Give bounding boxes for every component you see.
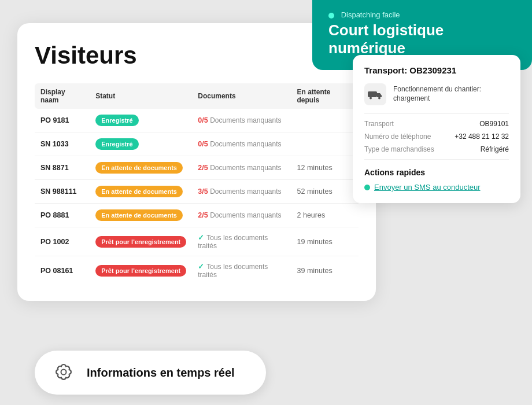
table-body: PO 9181Enregistré0/5 Documents manquants… <box>35 109 359 285</box>
doc-text: Documents manquants <box>210 187 281 196</box>
page-title: Visiteurs <box>35 42 359 69</box>
transport-detail-label: Transport <box>364 120 394 128</box>
visitors-table: Display naamStatutDocumentsEn attente de… <box>35 83 359 285</box>
row-attente <box>291 109 359 132</box>
row-display-naam: PO 8881 <box>35 204 90 227</box>
transport-truck-icon <box>364 83 386 105</box>
bottom-bar: Informations en temps réel <box>35 351 266 395</box>
actions-rapides-title: Actions rapides <box>364 168 509 177</box>
row-attente: 39 minutes <box>291 256 359 285</box>
transport-detail-value: OB99101 <box>479 120 509 128</box>
doc-text: Documents manquants <box>210 140 281 148</box>
status-badge: En attente de documents <box>95 209 183 221</box>
doc-count: 2/5 <box>198 164 208 172</box>
doc-text: Documents manquants <box>210 211 281 219</box>
doc-text: Documents manquants <box>210 116 281 124</box>
row-display-naam: SN 988111 <box>35 180 90 204</box>
row-statut: Prêt pour l'enregistrement <box>90 227 192 256</box>
check-icon: ✓ <box>198 263 204 271</box>
doc-count: 3/5 <box>198 187 208 196</box>
row-attente <box>291 132 359 156</box>
transport-detail-label: Numéro de téléphone <box>364 132 431 141</box>
table-row[interactable]: PO 1002Prêt pour l'enregistrement✓Tous l… <box>35 227 359 256</box>
row-attente: 52 minutes <box>291 180 359 204</box>
transport-icon-text: Fonctionnement du chantier: chargement <box>393 85 509 103</box>
table-row[interactable]: SN 988111En attente de documents3/5 Docu… <box>35 180 359 204</box>
teal-banner-subtitle: Dispatching facile <box>328 10 516 19</box>
table-col-header: Statut <box>90 83 192 109</box>
status-badge: Enregistré <box>95 115 138 126</box>
teal-banner-title: Court logistique numérique <box>328 21 516 57</box>
transport-detail-row: Numéro de téléphone+32 488 21 12 32 <box>364 132 509 141</box>
doc-text: Documents manquants <box>210 164 281 172</box>
transport-card: Transport: OB2309231 Fonctionnement du c… <box>353 55 520 203</box>
row-statut: Enregistré <box>90 132 192 156</box>
status-badge: Enregistré <box>95 138 138 150</box>
status-badge: Prêt pour l'enregistrement <box>95 265 186 277</box>
status-badge: En attente de documents <box>95 162 183 174</box>
table-row[interactable]: SN 8871En attente de documents2/5 Docume… <box>35 156 359 180</box>
row-display-naam: SN 1033 <box>35 132 90 156</box>
row-documents: 2/5 Documents manquants <box>192 156 291 180</box>
doc-text: Tous les documents traités <box>198 263 268 279</box>
transport-detail-value: Réfrigéré <box>481 145 509 153</box>
table-row[interactable]: PO 08161Prêt pour l'enregistrement✓Tous … <box>35 256 359 285</box>
realtime-icon <box>51 360 76 385</box>
row-statut: Enregistré <box>90 109 192 132</box>
row-documents: 0/5 Documents manquants <box>192 109 291 132</box>
svg-point-1 <box>370 97 372 100</box>
row-statut: Prêt pour l'enregistrement <box>90 256 192 285</box>
row-statut: En attente de documents <box>90 180 192 204</box>
row-attente: 2 heures <box>291 204 359 227</box>
table-row[interactable]: PO 8881En attente de documents2/5 Docume… <box>35 204 359 227</box>
row-documents: 3/5 Documents manquants <box>192 180 291 204</box>
table-col-header: Documents <box>192 83 291 109</box>
table-col-header: En attente depuis <box>291 83 359 109</box>
row-display-naam: PO 08161 <box>35 256 90 285</box>
row-documents: 0/5 Documents manquants <box>192 132 291 156</box>
row-display-naam: PO 1002 <box>35 227 90 256</box>
row-attente: 19 minutes <box>291 227 359 256</box>
svg-point-2 <box>378 97 380 100</box>
svg-point-3 <box>61 370 66 375</box>
transport-card-title: Transport: OB2309231 <box>364 65 509 75</box>
doc-count: 2/5 <box>198 211 208 219</box>
bottom-bar-label: Informations en temps réel <box>87 366 235 380</box>
row-statut: En attente de documents <box>90 204 192 227</box>
sms-dot-icon <box>364 185 370 190</box>
transport-rows: TransportOB99101Numéro de téléphone+32 4… <box>364 120 509 153</box>
sms-label[interactable]: Envoyer un SMS au conducteur <box>374 183 481 192</box>
transport-detail-row: TransportOB99101 <box>364 120 509 128</box>
table-header: Display naamStatutDocumentsEn attente de… <box>35 83 359 109</box>
row-documents: ✓Tous les documents traités <box>192 256 291 285</box>
transport-detail-value: +32 488 21 12 32 <box>455 132 509 141</box>
status-badge: En attente de documents <box>95 186 183 197</box>
status-badge: Prêt pour l'enregistrement <box>95 236 186 248</box>
svg-rect-0 <box>368 91 377 97</box>
transport-icon-row: Fonctionnement du chantier: chargement <box>364 83 509 105</box>
doc-count: 0/5 <box>198 140 208 148</box>
transport-detail-row: Type de marchandisesRéfrigéré <box>364 145 509 153</box>
row-display-naam: SN 8871 <box>35 156 90 180</box>
check-icon: ✓ <box>198 234 204 242</box>
table-col-header: Display naam <box>35 83 90 109</box>
row-attente: 12 minutes <box>291 156 359 180</box>
row-documents: 2/5 Documents manquants <box>192 204 291 227</box>
table-row[interactable]: PO 9181Enregistré0/5 Documents manquants <box>35 109 359 132</box>
teal-dot-icon <box>328 13 334 19</box>
sms-action[interactable]: Envoyer un SMS au conducteur <box>364 183 509 192</box>
row-statut: En attente de documents <box>90 156 192 180</box>
row-documents: ✓Tous les documents traités <box>192 227 291 256</box>
transport-detail-label: Type de marchandises <box>364 145 434 153</box>
doc-count: 0/5 <box>198 116 208 124</box>
row-display-naam: PO 9181 <box>35 109 90 132</box>
table-row[interactable]: SN 1033Enregistré0/5 Documents manquants <box>35 132 359 156</box>
doc-text: Tous les documents traités <box>198 234 268 250</box>
